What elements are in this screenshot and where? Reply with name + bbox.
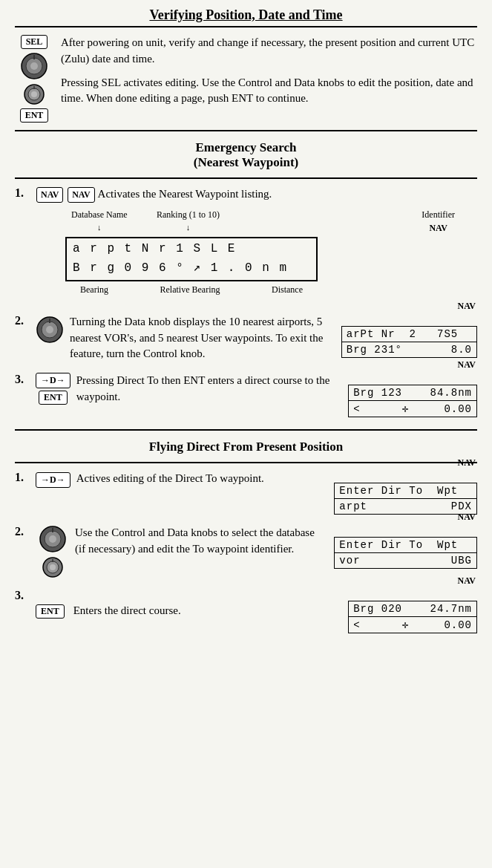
item2-nav-label: NAV (458, 301, 476, 312)
direct2-nav-label: NAV (458, 512, 476, 523)
item1-content: NAV NAV Activates the Nearest Waypoint l… (36, 186, 477, 304)
direct1-nav-label: NAV (458, 457, 476, 469)
section1-title: Verifying Position, Date and Time (15, 7, 477, 27)
item2-box-row1: arPt Nr 2 7S5 (342, 327, 476, 342)
identifier-label: Identifier (422, 209, 455, 221)
direct3-text-content: Enters the direct course. (73, 604, 181, 616)
direct3-box-row1: Brg 020 24.7nm (349, 601, 476, 617)
direct2-content: Use the Control and Data knobs to select… (36, 525, 477, 578)
nav-identifier-label: NAV (429, 223, 447, 233)
direct-button-3[interactable]: →D→ (36, 373, 70, 388)
ent-button-3[interactable]: ENT (39, 391, 68, 405)
small-knob-icon (23, 83, 45, 105)
icons-col-1: SEL ENT (15, 35, 53, 123)
svg-point-6 (31, 91, 37, 97)
nav-btn-1a[interactable]: NAV (36, 187, 63, 203)
diagram-row1: a r p t N r 1 S L E (73, 240, 310, 259)
intro-block-1: SEL ENT After powering on unit, verify a… (15, 35, 477, 123)
diagram-top-labels: Database Name ↓ Ranking (1 to 10) ↓ Iden… (71, 209, 477, 237)
item3-nav-label: NAV (458, 359, 476, 371)
direct1-content: →D→ Actives editing of the Direct To way… (36, 471, 477, 515)
item1-text: Activates the Nearest Waypoint listing. (98, 188, 272, 200)
identifier-label-group: Identifier NAV (422, 209, 455, 235)
item2-content: Turning the Data knob displays the 10 ne… (36, 314, 477, 362)
direct2-right: NAV Enter Dir To Wpt vor UBG (334, 525, 477, 569)
svg-point-2 (30, 62, 38, 70)
sel-button[interactable]: SEL (21, 35, 48, 49)
item3-box-row2: < ✛ 0.00 (349, 401, 476, 417)
direct-list: 1. →D→ Actives editing of the Direct To … (15, 471, 477, 633)
bearing-label: Bearing (80, 284, 108, 296)
direct1-text: Actives editing of the Direct To waypoin… (76, 471, 323, 487)
section3-title: Flying Direct From Present Position (15, 440, 477, 454)
item2-nav-box-wrapper: NAV arPt Nr 2 7S5 Brg 231° 8.0 (341, 314, 477, 358)
section-emergency-search: Emergency Search (Nearest Waypoint) 1. N… (15, 140, 477, 419)
item3-nav-box-wrapper: NAV Brg 123 84.8nm < ✛ 0.00 (348, 373, 477, 417)
direct2-box-row1: Enter Dir To Wpt (335, 538, 476, 553)
list-item-3: 3. →D→ ENT Pressing Direct To then ENT e… (15, 373, 477, 419)
direct2-icons (36, 525, 69, 578)
divider-1 (15, 130, 477, 131)
direct-button-s3-1[interactable]: →D→ (36, 472, 70, 488)
svg-point-14 (49, 535, 56, 543)
direct1-nav-box-wrapper: NAV Enter Dir To Wpt arpt PDX (334, 471, 477, 515)
relbearing-label: Relative Bearing (160, 284, 220, 296)
ranking-label: Ranking (1 to 10) (157, 209, 220, 221)
item1-text-block: NAV NAV Activates the Nearest Waypoint l… (36, 186, 477, 304)
item3-nav-box: Brg 123 84.8nm < ✛ 0.00 (348, 385, 477, 417)
list-item-1: 1. NAV NAV Activates the Nearest Waypoin… (15, 186, 477, 304)
direct1-box-row1: Enter Dir To Wpt (335, 483, 476, 499)
direct-item-1: 1. →D→ Actives editing of the Direct To … (15, 471, 477, 515)
db-name-label: Database Name (71, 209, 128, 221)
db-name-label-group: Database Name ↓ (71, 209, 128, 233)
divider-4 (15, 462, 477, 463)
direct2-box-row2: vor UBG (335, 553, 476, 568)
item2-right: NAV arPt Nr 2 7S5 Brg 231° 8.0 (341, 314, 477, 359)
direct3-nav-box-wrapper: NAV Brg 020 24.7nm < ✛ 0.00 (348, 589, 477, 633)
item3-content: →D→ ENT Pressing Direct To then ENT ente… (36, 373, 477, 419)
direct2-nav-box-wrapper: NAV Enter Dir To Wpt vor UBG (334, 525, 477, 569)
direct1-nav-box: Enter Dir To Wpt arpt PDX (334, 483, 477, 515)
item3-icons: →D→ ENT (36, 373, 70, 405)
direct1-box-row2: arpt PDX (335, 499, 476, 514)
diagram-main-box: a r p t N r 1 S L E B r g 0 9 6 ° ↗ 1 . … (65, 237, 318, 281)
intro-para1: After powering on unit, verify and chang… (61, 35, 477, 68)
direct-item-2: 2. Use t (15, 525, 477, 578)
svg-point-18 (50, 564, 56, 570)
diagram-bottom-labels: Bearing Relative Bearing Distance (65, 284, 318, 296)
item2-text-content: Turning the Data knob displays the 10 ne… (70, 316, 323, 360)
direct3-text: Enters the direct course. (73, 603, 336, 619)
ent-button-1[interactable]: ENT (20, 108, 49, 123)
direct3-content: ENT Enters the direct course. NAV Brg 02… (36, 589, 477, 633)
data-knob-icon-2 (36, 316, 64, 344)
item3-box-row1: Brg 123 84.8nm (349, 385, 476, 401)
waypoint-diagram: Database Name ↓ Ranking (1 to 10) ↓ Iden… (65, 209, 477, 296)
direct3-num: 3. (15, 589, 30, 602)
section-verify-position: Verifying Position, Date and Time SEL EN… (15, 7, 477, 123)
ent-button-s3-3[interactable]: ENT (36, 604, 65, 619)
direct2-text: Use the Control and Data knobs to select… (75, 525, 322, 558)
section2-title: Emergency Search (Nearest Waypoint) (15, 140, 477, 170)
large-knob-icon (20, 52, 48, 80)
control-knob-icon-2 (39, 525, 67, 553)
direct3-nav-label: NAV (458, 575, 476, 587)
item2-text: Turning the Data knob displays the 10 ne… (70, 314, 329, 362)
item2-box-row2: Brg 231° 8.0 (342, 342, 476, 357)
list-item-2: 2. Turning the Data knob displays the 10… (15, 314, 477, 362)
ranking-label-group: Ranking (1 to 10) ↓ (157, 209, 220, 233)
distance-label: Distance (272, 284, 303, 296)
intro-para2: Pressing SEL activates editing. Use the … (61, 75, 477, 108)
section-flying-direct: Flying Direct From Present Position 1. →… (15, 440, 477, 633)
nav-btn-1b[interactable]: NAV (68, 187, 94, 203)
item2-num: 2. (15, 314, 30, 327)
divider-2 (15, 177, 477, 179)
item3-right: NAV Brg 123 84.8nm < ✛ 0.00 (348, 373, 477, 419)
direct2-num: 2. (15, 525, 30, 538)
data-knob-icon-s3 (42, 556, 64, 578)
direct2-text-content: Use the Control and Data knobs to select… (75, 526, 315, 555)
item3-text: Pressing Direct To then ENT enters a dir… (76, 373, 336, 405)
direct1-text-content: Actives editing of the Direct To waypoin… (76, 472, 264, 484)
direct2-nav-box: Enter Dir To Wpt vor UBG (334, 537, 477, 569)
direct3-nav-box: Brg 020 24.7nm < ✛ 0.00 (348, 601, 477, 633)
direct3-right: NAV Brg 020 24.7nm < ✛ 0.00 (348, 589, 477, 633)
